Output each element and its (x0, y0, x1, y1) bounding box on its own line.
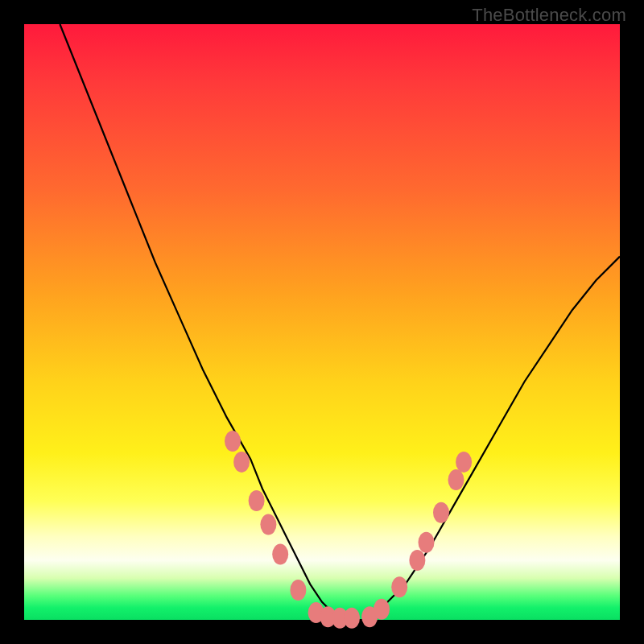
curve-marker (233, 452, 250, 473)
curve-marker (272, 544, 288, 565)
curve-marker (409, 550, 425, 571)
curve-marker (456, 452, 472, 473)
curve-marker (249, 490, 265, 511)
curve-marker (433, 502, 449, 523)
curve-marker (290, 580, 306, 601)
curve-marker (448, 469, 464, 490)
curve-marker (374, 599, 390, 620)
plot-area (24, 24, 620, 620)
curve-marker (391, 576, 407, 597)
curve-marker (419, 532, 435, 553)
curve-layer (24, 24, 620, 620)
curve-markers (225, 431, 472, 629)
chart-frame: TheBottleneck.com (0, 0, 644, 644)
curve-marker (344, 608, 360, 629)
bottleneck-curve (60, 24, 620, 620)
curve-marker (260, 514, 276, 535)
watermark-text: TheBottleneck.com (472, 5, 626, 26)
curve-marker (225, 431, 241, 452)
